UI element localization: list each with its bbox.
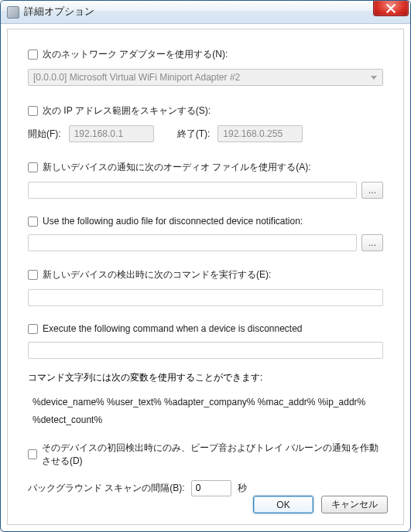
cmd-new-checkbox-row[interactable]: 新しいデバイスの検出時に次のコマンドを実行する(E): <box>28 268 383 281</box>
cancel-button-label: キャンセル <box>331 498 378 511</box>
bgscan-label: バックグラウンド スキャンの間隔(B): <box>28 482 185 495</box>
scan-iprange-checkbox[interactable] <box>28 106 38 116</box>
dialog-window: 詳細オプション 次のネットワーク アダプターを使用する(N): [0.0.0.0… <box>0 0 411 532</box>
first-detect-checkbox-row[interactable]: そのデバイスの初回検出時にのみ、ビープ音およびトレイ バルーンの通知を作動させる… <box>28 442 383 468</box>
ip-to-value: 192.168.0.255 <box>223 128 283 139</box>
cmd-disc-label: Execute the following command when a dev… <box>43 323 303 334</box>
iprange-row: 開始(F): 192.168.0.1 終了(T): 192.168.0.255 <box>28 125 383 142</box>
first-detect-label: そのデバイスの初回検出時にのみ、ビープ音およびトレイ バルーンの通知を作動させる… <box>42 442 383 468</box>
scan-iprange-label: 次の IP アドレス範囲をスキャンする(S): <box>43 104 211 118</box>
cmd-new-input[interactable] <box>28 289 383 306</box>
close-icon <box>386 4 396 13</box>
bgscan-unit: 秒 <box>238 482 247 495</box>
vars-line-1: %device_name% %user_text% %adapter_compa… <box>33 394 378 411</box>
ip-from-label: 開始(F): <box>28 128 61 141</box>
use-adapter-label: 次のネットワーク アダプターを使用する(N): <box>43 48 228 61</box>
cmd-disc-checkbox-row[interactable]: Execute the following command when a dev… <box>28 323 383 334</box>
ip-from-value: 192.168.0.1 <box>74 128 123 139</box>
audio-disc-browse-button[interactable]: ... <box>361 234 383 251</box>
dialog-buttons: OK キャンセル <box>253 496 388 513</box>
audio-new-checkbox[interactable] <box>28 162 38 172</box>
vars-list: %device_name% %user_text% %adapter_compa… <box>33 394 378 429</box>
audio-disc-label: Use the following audio file for disconn… <box>43 216 303 227</box>
audio-disc-checkbox[interactable] <box>28 217 38 227</box>
cmd-disc-checkbox[interactable] <box>28 324 38 334</box>
adapter-select-value: [0.0.0.0] Microsoft Virtual WiFi Minipor… <box>33 72 240 83</box>
ok-button-label: OK <box>276 500 289 510</box>
ip-to-label: 終了(T): <box>177 128 211 141</box>
cmd-new-label: 新しいデバイスの検出時に次のコマンドを実行する(E): <box>43 268 271 281</box>
vars-intro: コマンド文字列には次の変数を使用することができます: <box>28 371 383 384</box>
audio-new-browse-label: ... <box>368 185 376 196</box>
close-button[interactable] <box>373 1 409 16</box>
audio-new-path-input[interactable] <box>28 182 357 199</box>
use-adapter-checkbox-row[interactable]: 次のネットワーク アダプターを使用する(N): <box>28 48 383 61</box>
audio-new-label: 新しいデバイスの通知に次のオーディオ ファイルを使用する(A): <box>43 161 311 174</box>
ip-from-input[interactable]: 192.168.0.1 <box>69 125 154 142</box>
audio-new-checkbox-row[interactable]: 新しいデバイスの通知に次のオーディオ ファイルを使用する(A): <box>28 161 383 174</box>
audio-disc-checkbox-row[interactable]: Use the following audio file for disconn… <box>28 216 383 227</box>
ok-button[interactable]: OK <box>253 496 313 513</box>
vars-line-2: %detect_count% <box>33 411 378 429</box>
ip-to-input[interactable]: 192.168.0.255 <box>217 125 303 142</box>
bgscan-input[interactable]: 0 <box>191 480 231 496</box>
cmd-disc-input[interactable] <box>28 342 383 359</box>
cmd-new-checkbox[interactable] <box>28 270 38 280</box>
first-detect-checkbox[interactable] <box>28 449 37 459</box>
content-area: 次のネットワーク アダプターを使用する(N): [0.0.0.0] Micros… <box>7 29 404 525</box>
audio-new-browse-button[interactable]: ... <box>361 182 383 199</box>
audio-disc-path-input[interactable] <box>28 234 357 251</box>
bgscan-value: 0 <box>196 483 201 493</box>
use-adapter-checkbox[interactable] <box>28 49 38 60</box>
bgscan-row: バックグラウンド スキャンの間隔(B): 0 秒 <box>28 480 383 496</box>
adapter-select[interactable]: [0.0.0.0] Microsoft Virtual WiFi Minipor… <box>28 69 383 86</box>
titlebar: 詳細オプション <box>1 1 410 24</box>
window-title: 詳細オプション <box>24 5 94 19</box>
app-icon <box>7 6 19 19</box>
audio-disc-browse-label: ... <box>368 237 376 248</box>
cancel-button[interactable]: キャンセル <box>321 496 388 513</box>
scan-iprange-checkbox-row[interactable]: 次の IP アドレス範囲をスキャンする(S): <box>28 104 383 118</box>
